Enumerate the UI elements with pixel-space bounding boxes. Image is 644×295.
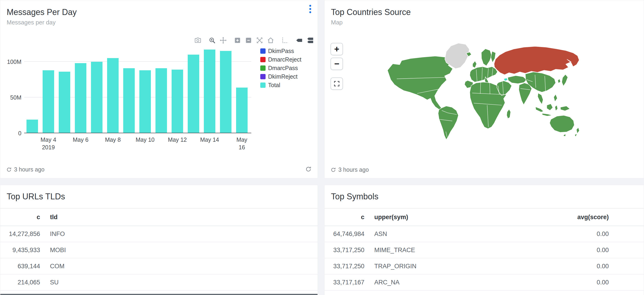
legend-item[interactable]: Total: [260, 82, 301, 88]
table-cell: MOBI: [40, 242, 318, 258]
refresh-panel-button[interactable]: [305, 166, 312, 173]
bar-may-15[interactable]: [220, 51, 232, 133]
region-india: [519, 83, 532, 105]
table-row[interactable]: 639,144COM: [0, 258, 318, 274]
legend-swatch: [260, 66, 266, 71]
x-tick-label: May 14: [200, 136, 219, 144]
bar-may-14[interactable]: [204, 50, 215, 133]
table-cell: MIME_TRACE: [364, 242, 487, 258]
table-row[interactable]: 14,272,856INFO: [0, 226, 318, 242]
world-map[interactable]: [381, 40, 584, 141]
region-uk: [473, 61, 477, 68]
legend-item[interactable]: DmarcReject: [260, 56, 301, 63]
region-sumatra: [536, 107, 544, 112]
panel-top-countries-source: Top Countries Source Map + −: [324, 0, 644, 178]
zoom-out-icon: [245, 37, 252, 44]
legend-item[interactable]: DkimPass: [260, 48, 301, 54]
bar-may-12[interactable]: [172, 70, 183, 133]
bar-may-16[interactable]: [236, 88, 248, 133]
table-row[interactable]: 33,717,250MIME_TRACE0.00: [324, 242, 644, 258]
hover-closest-button[interactable]: [296, 37, 303, 44]
x-axis-line: [24, 133, 251, 133]
spike-lines-button[interactable]: [281, 37, 288, 44]
chart-legend: DkimPassDmarcRejectDmarcPassDkimRejectTo…: [260, 48, 301, 88]
map-landmasses: [388, 43, 579, 140]
hover-compare-tags-icon: [306, 37, 314, 44]
zoom-out-button[interactable]: [245, 37, 252, 44]
region-new-guinea: [560, 106, 570, 111]
bar-may-11[interactable]: [156, 68, 167, 133]
panel-menu-button[interactable]: [308, 4, 312, 14]
last-updated: 3 hours ago: [6, 166, 44, 173]
column-header[interactable]: avg(score): [487, 209, 644, 226]
table-row[interactable]: 9,435,933MOBI: [0, 242, 318, 258]
download-plot-button[interactable]: [194, 37, 202, 44]
magnifier-icon: [208, 37, 216, 44]
table-row[interactable]: 214,065SU: [0, 274, 318, 290]
zoom-in-button[interactable]: [234, 37, 241, 44]
map-fullscreen-button[interactable]: [330, 77, 343, 90]
map-zoom-out-button[interactable]: −: [330, 58, 343, 70]
column-header[interactable]: upper(sym): [364, 209, 487, 226]
autoscale-icon: [256, 37, 263, 44]
table-cell: SU: [40, 274, 318, 290]
column-header[interactable]: c: [324, 209, 364, 226]
table-cell: INFO: [40, 226, 318, 242]
table-cell: 639,144: [0, 258, 40, 274]
legend-label: DkimPass: [268, 48, 294, 54]
horizontal-scrollbar[interactable]: [0, 294, 318, 295]
region-accent: [504, 78, 508, 81]
spike-lines-icon: [281, 37, 288, 44]
bar-may-7[interactable]: [91, 62, 102, 133]
reset-axes-button[interactable]: [267, 37, 274, 44]
column-header[interactable]: c: [0, 209, 40, 226]
map-controls: + −: [330, 43, 343, 90]
panel-header: Top Symbols: [324, 185, 644, 209]
region-japan: [562, 75, 568, 86]
last-updated-text: 3 hours ago: [14, 166, 44, 173]
y-tick-label: 50M: [0, 94, 22, 101]
legend-swatch: [260, 74, 266, 79]
table-cell: 214,065: [0, 274, 40, 290]
pan-mode-button[interactable]: [220, 37, 227, 44]
dashboard: Messages Per Day Messages per day: [0, 0, 644, 295]
table-header-row: ctld: [0, 209, 318, 226]
autoscale-button[interactable]: [256, 37, 263, 44]
panel-messages-per-day: Messages Per Day Messages per day: [0, 0, 318, 178]
legend-label: DmarcPass: [268, 65, 298, 71]
bar-may-13[interactable]: [188, 55, 199, 133]
panel-title: Top Countries Source: [331, 7, 637, 17]
zoom-in-icon: [234, 37, 241, 44]
map-zoom-in-button[interactable]: +: [330, 43, 343, 55]
table-cell: ARC_NA: [364, 274, 487, 290]
x-tick-label: May 10: [136, 136, 154, 144]
region-philippines: [554, 94, 558, 102]
bar-may-5[interactable]: [59, 72, 70, 133]
panel-subtitle: Messages per day: [7, 19, 311, 26]
legend-item[interactable]: DkimReject: [260, 73, 301, 80]
bar-may-10[interactable]: [139, 70, 151, 133]
region-central-asia: [508, 76, 526, 84]
bar-may-4[interactable]: [42, 70, 54, 133]
region-north-america: [388, 56, 452, 110]
hover-compare-button[interactable]: [306, 37, 314, 44]
zoom-mode-button[interactable]: [208, 37, 216, 44]
x-tick-label: May 42019: [40, 136, 56, 151]
bar-may-6[interactable]: [75, 63, 86, 133]
table-cell: 0.00: [487, 274, 644, 290]
panel-footer: 3 hours ago: [324, 162, 644, 178]
bar-may-8[interactable]: [107, 58, 118, 133]
table-row[interactable]: 64,746,984ASN0.00: [324, 226, 644, 242]
region-europe: [470, 67, 498, 82]
last-updated: 3 hours ago: [330, 166, 369, 173]
x-tick-label: May 6: [73, 136, 88, 144]
table-cell: 0.00: [487, 226, 644, 242]
legend-item[interactable]: DmarcPass: [260, 65, 301, 71]
legend-swatch: [260, 57, 266, 62]
table-row[interactable]: 33,717,167ARC_NA0.00: [324, 274, 644, 290]
table-cell: 33,717,250: [324, 242, 364, 258]
column-header[interactable]: tld: [40, 209, 318, 226]
bar-may-3[interactable]: [26, 120, 38, 133]
bar-may-9[interactable]: [123, 68, 135, 133]
table-row[interactable]: 33,717,250TRAP_ORIGIN0.00: [324, 258, 644, 274]
